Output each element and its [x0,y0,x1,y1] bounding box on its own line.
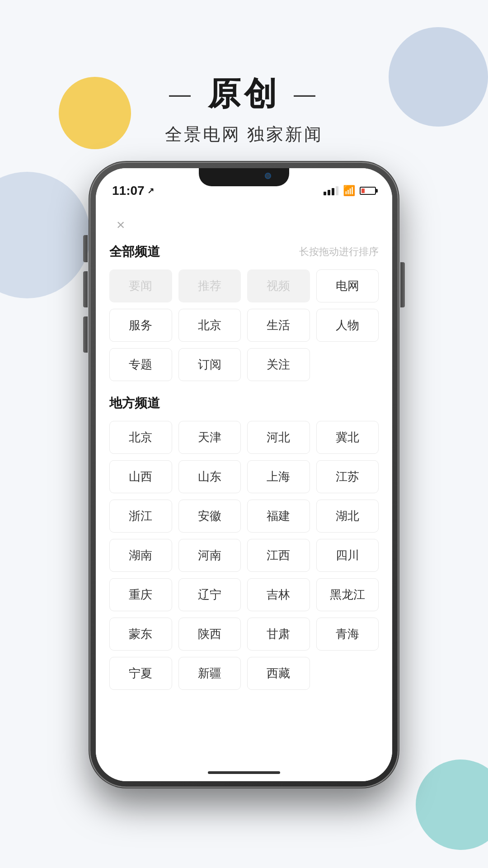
regional-btn-sichuan[interactable]: 四川 [316,539,379,572]
regional-title: 地方频道 [109,395,160,412]
regional-btn-ningxia[interactable]: 宁夏 [109,657,172,690]
channel-btn-dingyue[interactable]: 订阅 [178,348,241,381]
regional-btn-anhui[interactable]: 安徽 [178,500,241,533]
notch [199,168,289,186]
time-display: 11:07 [112,184,145,198]
channel-btn-fuwu[interactable]: 服务 [109,309,172,342]
regional-btn-zhejiang[interactable]: 浙江 [109,500,172,533]
status-time: 11:07 ↗ [112,184,154,198]
sort-hint: 长按拖动进行排序 [299,245,379,259]
regional-btn-henan[interactable]: 河南 [178,539,241,572]
regional-section: 地方频道 北京 天津 河北 冀北 山西 山东 上海 江苏 浙江 安徽 福建 [109,395,379,690]
front-camera [265,173,271,179]
phone-mockup: 11:07 ↗ 📶 [90,163,398,787]
regional-btn-hunan[interactable]: 湖南 [109,539,172,572]
regional-btn-liaoning[interactable]: 辽宁 [178,578,241,611]
regional-btn-xinjiang[interactable]: 新疆 [178,657,241,690]
close-button[interactable]: × [109,213,132,236]
regional-btn-chongqing[interactable]: 重庆 [109,578,172,611]
decorative-circle-teal-bottom [416,760,488,850]
all-channels-header: 全部频道 长按拖动进行排序 [109,243,379,260]
regional-btn-jilin[interactable]: 吉林 [247,578,310,611]
regional-btn-fujian[interactable]: 福建 [247,500,310,533]
battery-icon [360,187,376,195]
channel-btn-renwu[interactable]: 人物 [316,309,379,342]
channel-grid: 要闻 推荐 视频 电网 服务 北京 生活 人物 专题 订阅 关注 [109,269,379,381]
volume-up-button [83,271,88,307]
dash-left: — [169,82,194,107]
regional-header: 地方频道 [109,395,379,412]
phone-screen: 11:07 ↗ 📶 [96,168,392,781]
channel-btn-zhuanti[interactable]: 专题 [109,348,172,381]
channel-btn-dianwang[interactable]: 电网 [316,269,379,302]
channel-btn-beijing[interactable]: 北京 [178,309,241,342]
regional-btn-jiangxi[interactable]: 江西 [247,539,310,572]
regional-btn-shanghai[interactable]: 上海 [247,460,310,493]
regional-btn-jibei[interactable]: 冀北 [316,421,379,454]
regional-grid: 北京 天津 河北 冀北 山西 山东 上海 江苏 浙江 安徽 福建 湖北 湖南 河… [109,421,379,690]
regional-btn-jiangsu[interactable]: 江苏 [316,460,379,493]
regional-btn-hebei[interactable]: 河北 [247,421,310,454]
regional-btn-qinghai[interactable]: 青海 [316,618,379,651]
regional-btn-shandong[interactable]: 山东 [178,460,241,493]
app-content: × 全部频道 长按拖动进行排序 要闻 推荐 视频 电网 服务 北京 生活 人物 … [96,204,392,781]
close-icon: × [117,217,125,233]
header-title: — 原创 — [0,72,488,116]
home-indicator [208,771,280,774]
decorative-circle-blue-left [0,172,90,298]
power-button [400,262,405,307]
regional-btn-mengdong[interactable]: 蒙东 [109,618,172,651]
regional-btn-heilongjiang[interactable]: 黑龙江 [316,578,379,611]
wifi-icon: 📶 [343,185,355,197]
volume-down-button [83,316,88,353]
regional-btn-hubei[interactable]: 湖北 [316,500,379,533]
phone-frame: 11:07 ↗ 📶 [90,163,398,787]
header-subtitle: 全景电网 独家新闻 [0,123,488,146]
title-text: 原创 [208,72,280,116]
location-arrow-icon: ↗ [147,186,154,196]
channel-btn-shipin[interactable]: 视频 [247,269,310,302]
battery-fill [361,189,365,193]
regional-btn-tianjin[interactable]: 天津 [178,421,241,454]
channel-btn-tuijian[interactable]: 推荐 [178,269,241,302]
channel-btn-yaowhen[interactable]: 要闻 [109,269,172,302]
regional-btn-xizang[interactable]: 西藏 [247,657,310,690]
mute-button [83,235,88,262]
header-section: — 原创 — 全景电网 独家新闻 [0,72,488,146]
signal-icon [324,186,338,195]
regional-btn-shaanxi[interactable]: 陕西 [178,618,241,651]
channel-btn-guanzhu[interactable]: 关注 [247,348,310,381]
regional-btn-beijing[interactable]: 北京 [109,421,172,454]
all-channels-title: 全部频道 [109,243,160,260]
regional-btn-shanxi[interactable]: 山西 [109,460,172,493]
regional-btn-gansu[interactable]: 甘肃 [247,618,310,651]
dash-right: — [294,82,319,107]
channel-btn-shenghuo[interactable]: 生活 [247,309,310,342]
status-icons: 📶 [324,185,376,197]
